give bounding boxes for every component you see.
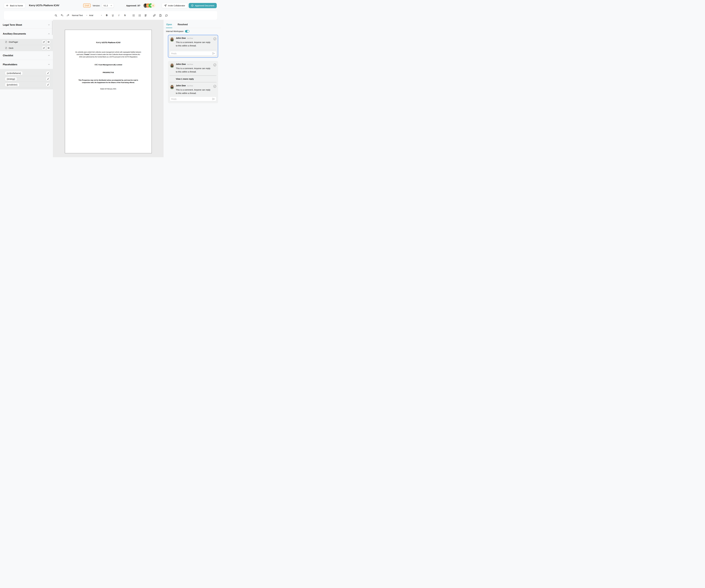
comment-text: This is a comment. Anyone can reply to t… (176, 88, 211, 95)
file-icon (5, 47, 7, 49)
link-button[interactable] (152, 13, 156, 17)
search-button[interactable] (54, 13, 58, 17)
underline-button[interactable]: U (111, 13, 115, 17)
section-title: Placeholders (3, 63, 17, 66)
placeholder-chip[interactable]: {jurisdiction} (5, 83, 19, 87)
back-to-home-label: Back to home (10, 4, 23, 7)
dropdown-arrow-icon: ▼ (101, 15, 102, 16)
status-badge: Draft (83, 3, 91, 7)
section-title: Legal Term Sheet (3, 24, 22, 26)
sidebar-scrollbar[interactable] (52, 21, 53, 35)
edit-placeholder-button[interactable] (46, 71, 50, 75)
avatar (170, 84, 175, 89)
send-reply-button[interactable] (212, 52, 215, 55)
avatar (170, 63, 175, 68)
resolve-comment-button[interactable] (213, 37, 217, 41)
comment-text: This is a comment. Anyone can reply to t… (176, 41, 211, 47)
chevron-down-icon (48, 54, 50, 56)
preview-document-button[interactable] (47, 40, 50, 44)
comment: John Doe Just Now This is a comment. Any… (170, 37, 217, 47)
sidebar-section-legal-term-sheet[interactable]: Legal Term Sheet (0, 21, 53, 29)
sidebar-section-ancillary-documents[interactable]: Ancillary Documents (0, 29, 53, 39)
placeholder-item: {strategy} (0, 76, 53, 82)
content-area: Legal Term Sheet Ancillary Documents One… (0, 20, 221, 157)
comment-thread[interactable]: John Doe Just Now This is a comment. Any… (168, 61, 218, 103)
check-circle-icon (191, 4, 194, 7)
document-title: Kerry UCITS Platform ICAV (65, 41, 152, 44)
editor-canvas: Kerry UCITS Platform ICAV An umbrella op… (53, 20, 163, 157)
send-reply-button[interactable] (212, 98, 215, 100)
approve-document-button[interactable]: Approved Document (189, 3, 217, 8)
document-item-onepager[interactable]: OnePager (0, 39, 53, 45)
strikethrough-button[interactable]: S (123, 13, 127, 17)
invite-collaborator-button[interactable]: Invite Collaborator (162, 3, 188, 8)
view-more-replies[interactable]: View 1 more reply (170, 78, 194, 80)
edit-placeholder-button[interactable] (46, 83, 50, 87)
comment-author: John Doe (176, 84, 186, 87)
document-prospectus-heading: PROSPECTUS (65, 72, 152, 73)
document-distribution-note: This Prospectus may not be distributed u… (77, 79, 139, 84)
reply-box (170, 51, 217, 56)
insert-image-button[interactable] (158, 13, 162, 17)
internal-workspace-toggle[interactable] (185, 30, 189, 33)
tab-open[interactable]: Open (166, 23, 172, 28)
dropdown-arrow-icon: ▼ (86, 15, 87, 16)
comments-button[interactable] (164, 13, 169, 17)
comment-text: This is a comment. Anyone can reply to t… (176, 67, 211, 74)
toggle-knob (187, 30, 189, 32)
sidebar-section-checklist[interactable]: Checklist (0, 51, 53, 60)
arrow-left-icon (6, 4, 9, 7)
svg-text:3: 3 (138, 16, 139, 16)
tab-resolved[interactable]: Resolved (177, 23, 188, 28)
preview-document-button[interactable] (47, 46, 50, 50)
comment-thread-selected[interactable]: John Doe Just Now This is a comment. Any… (168, 35, 218, 58)
document-paragraph: An umbrella open-ended Irish collective … (75, 51, 141, 58)
document-dated-line: Dated 19 February 2021 (65, 88, 152, 90)
back-to-home-button[interactable]: Back to home (4, 3, 26, 8)
send-icon (212, 52, 215, 55)
chevron-down-icon (48, 24, 50, 26)
approver-avatars[interactable]: A A (143, 3, 155, 8)
resolve-comment-button[interactable] (213, 63, 217, 66)
open-document-button[interactable] (42, 46, 46, 50)
ancillary-document-list: OnePager Deck (0, 39, 53, 51)
placeholder-chip[interactable]: {umbrellaName} (5, 71, 22, 75)
section-title: Ancillary Documents (3, 33, 26, 35)
invite-collaborator-label: Invite Collaborator (168, 4, 185, 7)
edit-placeholder-button[interactable] (46, 77, 50, 81)
sidebar-section-placeholders[interactable]: Placeholders (0, 60, 53, 69)
undo-button[interactable] (60, 13, 64, 17)
resolve-comment-button[interactable] (213, 85, 217, 88)
comment-timestamp: Just Now (187, 63, 193, 65)
approve-document-label: Approved Document (195, 4, 214, 7)
document-item-label: OnePager (9, 41, 18, 43)
numbered-list-button[interactable]: 123 (138, 13, 142, 17)
italic-button[interactable]: I (117, 13, 121, 17)
pencil-icon (47, 84, 49, 86)
pencil-icon (47, 72, 49, 74)
comment-author: John Doe (176, 37, 186, 39)
comment-timestamp: Just Now (187, 37, 193, 39)
bold-button[interactable]: B (105, 13, 109, 17)
reply-input[interactable] (171, 52, 212, 55)
bullet-list-button[interactable] (131, 13, 136, 17)
version-value: V1.2 (103, 4, 108, 7)
reply-box (170, 97, 217, 101)
comment: John Doe Just Now This is a comment. Any… (170, 84, 217, 95)
align-left-button[interactable] (144, 13, 148, 17)
document-page[interactable]: Kerry UCITS Platform ICAV An umbrella op… (65, 30, 152, 153)
workspace-toggle-row: Internal Workspace (166, 30, 221, 33)
toolbar: Normal Text ▼ Arial ▼ B U I S 123 (4, 11, 217, 20)
redo-button[interactable] (66, 13, 70, 17)
font-family-dropdown[interactable]: Arial ▼ (89, 13, 102, 17)
reply-input[interactable] (171, 98, 212, 100)
placeholder-item: {umbrellaName} (0, 70, 53, 76)
document-item-deck[interactable]: Deck (0, 45, 53, 51)
open-document-button[interactable] (42, 40, 46, 44)
version-select[interactable]: V1.2 (102, 3, 114, 8)
paragraph-style-dropdown[interactable]: Normal Text ▼ (72, 13, 87, 17)
comments-panel: Open Resolved Internal Workspace John Do… (163, 20, 221, 157)
placeholder-chip[interactable]: {strategy} (5, 77, 17, 81)
check-circle-icon (213, 37, 217, 41)
font-family-value: Arial (89, 14, 93, 16)
